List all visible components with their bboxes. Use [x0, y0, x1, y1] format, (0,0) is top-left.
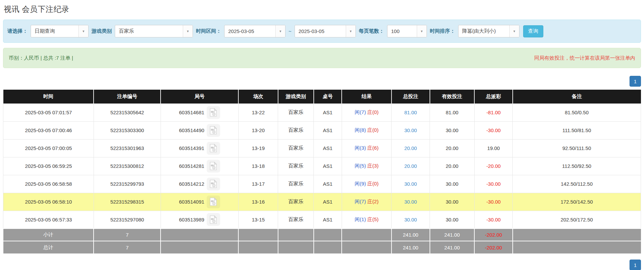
total-bet-link[interactable]: 30.00 — [404, 217, 417, 222]
cell-game-type: 百家乐 — [278, 157, 314, 175]
total-bet-link[interactable]: 20.00 — [404, 163, 417, 169]
search-button[interactable]: 查询 — [523, 25, 543, 37]
summary-empty — [513, 229, 641, 241]
cell-round-id: 603514212 — [161, 175, 238, 193]
cell-payout: -20.00 — [474, 157, 513, 175]
col-total-bet: 总投注 — [392, 90, 430, 103]
video-record-icon — [210, 126, 217, 134]
video-record-button[interactable] — [207, 142, 220, 155]
total-bet-link[interactable]: 20.00 — [404, 145, 417, 151]
video-record-button[interactable] — [207, 106, 220, 119]
cell-table-no: AS1 — [314, 121, 342, 139]
page-1-button[interactable]: 1 — [630, 260, 641, 270]
date-from-select[interactable]: 2025-03-05 ▼ — [224, 25, 285, 37]
round-id-text: 603514091 — [179, 199, 204, 205]
page-1-button[interactable]: 1 — [630, 76, 641, 87]
table-row: 2025-03-05 06:58:10 522315298315 6035140… — [3, 193, 641, 211]
cell-valid-bet: 30.00 — [430, 175, 475, 193]
cell-result: 闲(1) 庄(5) — [342, 211, 392, 229]
video-record-button[interactable] — [207, 178, 220, 190]
summary-empty — [278, 241, 314, 253]
chevron-down-icon[interactable]: ▼ — [275, 25, 285, 37]
cell-bet-id: 522315301963 — [94, 139, 161, 157]
col-round-id: 局号 — [161, 90, 238, 103]
cell-payout: -30.00 — [474, 121, 513, 139]
chevron-down-icon[interactable]: ▼ — [509, 25, 519, 37]
date-range-separator: ~ — [289, 28, 292, 34]
cell-valid-bet: 20.00 — [430, 157, 475, 175]
video-record-icon — [210, 144, 217, 152]
game-type-value: 百家乐 — [115, 25, 183, 37]
date-from-value: 2025-03-05 — [225, 25, 275, 37]
round-id-text: 603514391 — [179, 145, 204, 151]
game-type-select[interactable]: 百家乐 ▼ — [115, 25, 193, 37]
date-to-value: 2025-03-05 — [295, 25, 346, 37]
cell-result: 闲(7) 庄(0) — [342, 103, 392, 121]
cell-total-bet: 20.00 — [392, 139, 430, 157]
per-page-value: 100 — [387, 25, 417, 37]
result-banker: 庄(5) — [367, 216, 378, 222]
total-bet-link[interactable]: 30.00 — [404, 181, 417, 187]
page-title: 视讯 会员下注纪录 — [4, 4, 641, 14]
cell-total-bet: 30.00 — [392, 121, 430, 139]
result-banker: 庄(6) — [367, 145, 378, 151]
query-type-value: 日期查询 — [31, 25, 78, 37]
cell-time: 2025-03-05 06:58:58 — [3, 175, 94, 193]
cell-total-bet: 30.00 — [392, 193, 430, 211]
summary-empty — [513, 241, 641, 253]
result-player: 闲(7) — [355, 109, 366, 115]
cell-bet-id: 522315305642 — [94, 103, 161, 121]
summary-empty — [161, 229, 238, 241]
total-bet-link[interactable]: 30.00 — [404, 127, 417, 133]
round-id-text: 603514281 — [179, 163, 204, 169]
summary-bar: 币别：人民币 | 总共 :7 注单 | 同局有效投注，统一计算在该局第一张注单内 — [3, 48, 641, 68]
summary-empty — [342, 229, 392, 241]
query-type-label: 请选择： — [7, 28, 28, 34]
per-page-select[interactable]: 100 ▼ — [387, 25, 427, 37]
col-table-no: 桌号 — [314, 90, 342, 103]
query-type-select[interactable]: 日期查询 ▼ — [31, 25, 89, 37]
summary-empty — [238, 229, 278, 241]
video-record-button[interactable] — [207, 213, 220, 226]
cell-remark: 81.50/0.50 — [513, 103, 641, 121]
chevron-down-icon[interactable]: ▼ — [183, 25, 193, 37]
summary-empty — [314, 229, 342, 241]
video-record-button[interactable] — [207, 196, 220, 208]
cell-bet-id: 522315297080 — [94, 211, 161, 229]
cell-round-id: 603514281 — [161, 157, 238, 175]
cell-game-type: 百家乐 — [278, 175, 314, 193]
sort-select[interactable]: 降冪(由大到小) ▼ — [458, 25, 519, 37]
cell-total-bet: 20.00 — [392, 157, 430, 175]
cell-session: 13-20 — [238, 121, 278, 139]
cell-bet-id: 522315303300 — [94, 121, 161, 139]
cell-bet-id: 522315298315 — [94, 193, 161, 211]
cell-table-no: AS1 — [314, 175, 342, 193]
summary-payout: -202.00 — [474, 229, 513, 241]
table-row: 2025-03-05 07:00:05 522315301963 6035143… — [3, 139, 641, 157]
cell-table-no: AS1 — [314, 211, 342, 229]
chevron-down-icon[interactable]: ▼ — [78, 25, 88, 37]
date-to-select[interactable]: 2025-03-05 ▼ — [295, 25, 356, 37]
cell-round-id: 603514681 — [161, 103, 238, 121]
cell-remark: 172.50/142.50 — [513, 193, 641, 211]
col-session: 场次 — [238, 90, 278, 103]
cell-session: 13-16 — [238, 193, 278, 211]
col-game-type: 游戏类别 — [278, 90, 314, 103]
pagination-bottom: 1 — [3, 260, 641, 270]
video-record-button[interactable] — [207, 160, 220, 173]
summary-label: 总计 — [3, 241, 94, 253]
chevron-down-icon[interactable]: ▼ — [417, 25, 427, 37]
filter-bar: 请选择： 日期查询 ▼ 游戏类别 百家乐 ▼ 时间区间： 2025-03-05 … — [3, 20, 641, 43]
cell-time: 2025-03-05 06:59:25 — [3, 157, 94, 175]
cell-payout: -30.00 — [474, 193, 513, 211]
total-bet-link[interactable]: 81.00 — [404, 110, 417, 115]
round-id-text: 603514681 — [179, 110, 204, 115]
cell-round-id: 603514391 — [161, 139, 238, 157]
cell-table-no: AS1 — [314, 157, 342, 175]
total-bet-link[interactable]: 30.00 — [404, 199, 417, 205]
notice-text: 同局有效投注，统一计算在该局第一张注单内 — [534, 55, 635, 61]
table-row: 2025-03-05 06:58:58 522315299793 6035142… — [3, 175, 641, 193]
col-payout: 总派彩 — [474, 90, 513, 103]
chevron-down-icon[interactable]: ▼ — [346, 25, 355, 37]
video-record-button[interactable] — [207, 124, 220, 137]
